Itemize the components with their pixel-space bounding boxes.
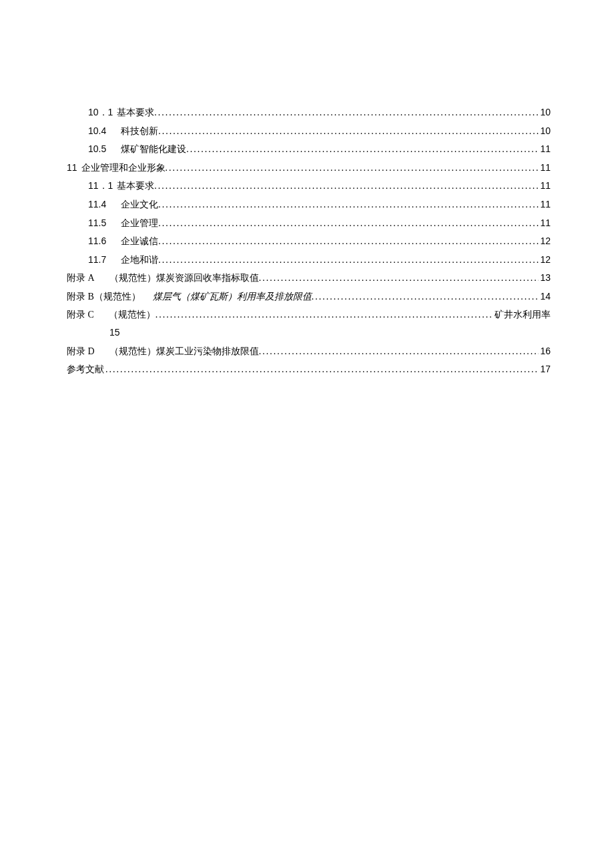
toc-entry: 11.6企业诚信12 [67, 232, 551, 251]
toc-label: 11企业管理和企业形象 [67, 159, 166, 177]
toc-number: 附录 A [67, 273, 95, 283]
toc-trailing-text: 矿井水利用率 [493, 306, 551, 324]
toc-leader-dots [166, 159, 539, 177]
toc-leader-dots [158, 252, 539, 270]
toc-label: 10.5煤矿智能化建设 [88, 140, 186, 159]
toc-label: 11．1基本要求 [88, 177, 154, 195]
toc-label: 附录 B（规范性）煤层气（煤矿瓦斯）利用率及排放限值 [67, 288, 312, 306]
toc-number: 附录 D [67, 346, 95, 356]
toc-page-number: 10 [539, 122, 551, 140]
toc-page-number: 11 [539, 177, 551, 195]
toc-leader-dots [158, 123, 539, 141]
toc-subpage-number: 15 [67, 324, 551, 342]
toc-entry: 参考文献17 [67, 360, 551, 379]
toc-number: 附录 B（规范性） [67, 292, 141, 302]
toc-number: 11．1 [88, 180, 113, 191]
toc-leader-dots [312, 288, 539, 306]
toc-number: 附录 C [67, 310, 94, 320]
toc-entry: 附录 D（规范性）煤炭工业污染物排放限值16 [67, 342, 551, 361]
toc-page-number: 16 [539, 342, 551, 360]
toc-number: 11.5 [88, 218, 106, 228]
toc-leader-dots [156, 306, 493, 324]
toc-entry: 11企业管理和企业形象11 [67, 159, 551, 177]
toc-entry: 11.7企地和谐12 [67, 251, 551, 270]
toc-leader-dots [154, 177, 539, 195]
toc-title: 企业诚信 [121, 236, 158, 246]
toc-page-number: 10 [539, 103, 551, 121]
toc-label: 附录 D（规范性）煤炭工业污染物排放限值 [67, 343, 259, 361]
toc-label: 附录 A（规范性）煤炭资源回收率指标取值 [67, 270, 259, 288]
toc-title: （规范性）煤炭工业污染物排放限值 [109, 346, 259, 356]
toc-leader-dots [186, 141, 539, 159]
toc-title: 基本要求 [117, 107, 154, 117]
toc-label: 10．1基本要求 [88, 103, 154, 122]
toc-leader-dots [259, 343, 539, 361]
toc-leader-dots [158, 196, 539, 214]
toc-number: 10．1 [88, 107, 113, 117]
toc-page-number: 17 [539, 360, 551, 378]
toc-entry: 附录 C（规范性）矿井水利用率 [67, 306, 551, 324]
toc-label: 10.4科技创新 [88, 122, 158, 141]
toc-page-number: 11 [539, 195, 551, 213]
toc-label: 11.6企业诚信 [88, 232, 158, 251]
toc-page-number: 11 [539, 214, 551, 232]
toc-page-number: 12 [539, 232, 551, 250]
toc-title: 科技创新 [121, 126, 158, 136]
table-of-contents: 10．1基本要求1010.4科技创新1010.5煤矿智能化建设1111企业管理和… [67, 103, 551, 379]
toc-label: 11.7企地和谐 [88, 251, 158, 270]
toc-title: 企业管理和企业形象 [81, 163, 166, 173]
toc-number: 11.6 [88, 236, 106, 246]
toc-number: 11 [67, 162, 77, 173]
toc-number: 11.7 [88, 254, 106, 265]
toc-entry: 11．1基本要求11 [67, 177, 551, 195]
toc-number: 10.4 [88, 125, 106, 136]
toc-page-number: 11 [539, 159, 551, 177]
toc-number: 10.5 [88, 143, 106, 154]
toc-entry: 10.5煤矿智能化建设11 [67, 140, 551, 159]
toc-leader-dots [158, 215, 539, 233]
toc-entry: 10．1基本要求10 [67, 103, 551, 122]
toc-number: 参考文献 [67, 364, 104, 374]
toc-number: 11.4 [88, 199, 106, 209]
toc-title: 煤层气（煤矿瓦斯）利用率及排放限值 [153, 292, 312, 302]
toc-entry: 10.4科技创新10 [67, 122, 551, 141]
toc-title: 基本要求 [117, 181, 154, 191]
toc-title: 企业管理 [121, 218, 158, 228]
toc-label: 附录 C（规范性） [67, 306, 156, 324]
toc-leader-dots [259, 270, 539, 288]
toc-page-number: 13 [539, 269, 551, 287]
toc-page-number: 12 [539, 251, 551, 269]
toc-entry: 附录 A（规范性）煤炭资源回收率指标取值13 [67, 269, 551, 288]
toc-entry: 11.4企业文化11 [67, 195, 551, 214]
toc-entry: 11.5企业管理11 [67, 214, 551, 233]
toc-page-number: 11 [539, 140, 551, 158]
toc-label: 参考文献 [67, 361, 105, 379]
toc-title: （规范性） [109, 310, 156, 320]
toc-entry: 附录 B（规范性）煤层气（煤矿瓦斯）利用率及排放限值14 [67, 288, 551, 306]
toc-leader-dots [154, 104, 539, 122]
toc-title: 煤矿智能化建设 [121, 144, 186, 154]
toc-leader-dots [158, 233, 539, 251]
toc-title: 企业文化 [121, 199, 158, 209]
toc-title: 企地和谐 [121, 255, 158, 265]
toc-label: 11.5企业管理 [88, 214, 158, 233]
toc-leader-dots [105, 361, 539, 379]
toc-label: 11.4企业文化 [88, 195, 158, 214]
toc-title: （规范性）煤炭资源回收率指标取值 [109, 273, 259, 283]
toc-page-number: 14 [539, 288, 551, 306]
